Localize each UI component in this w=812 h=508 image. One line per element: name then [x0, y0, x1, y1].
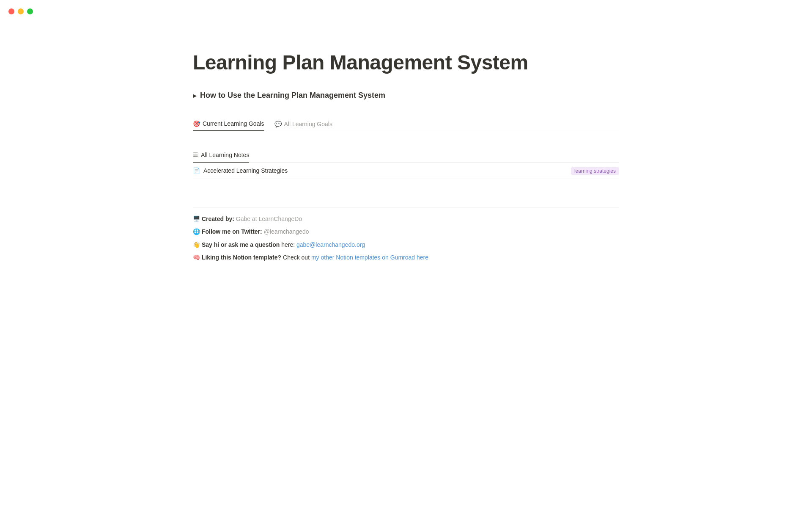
- page-title: Learning Plan Management System: [193, 51, 619, 74]
- created-by-label: Created by:: [202, 215, 234, 222]
- goals-tabs: 🎯 Current Learning Goals 💬 All Learning …: [193, 117, 619, 131]
- all-goals-icon: 💬: [274, 121, 282, 127]
- footer-divider: [193, 207, 619, 207]
- doc-icon: 📄: [193, 167, 200, 174]
- say-hi-line: 👋 Say hi or ask me a question here: gabe…: [193, 240, 619, 249]
- tab-current-learning-goals[interactable]: 🎯 Current Learning Goals: [193, 117, 264, 131]
- all-goals-label: All Learning Goals: [284, 121, 332, 127]
- say-hi-icon: 👋: [193, 241, 200, 248]
- table-row[interactable]: 📄 Accelerated Learning Strategies learni…: [193, 163, 619, 179]
- main-content: Learning Plan Management System ▶ How to…: [152, 0, 660, 291]
- close-button[interactable]: [8, 8, 14, 14]
- created-by-value: Gabe at LearnChangeDo: [236, 215, 302, 222]
- notes-tabs: ☰ All Learning Notes: [193, 148, 619, 163]
- goals-tabs-container: 🎯 Current Learning Goals 💬 All Learning …: [193, 117, 619, 131]
- twitter-link[interactable]: @learnchangedo: [264, 228, 309, 235]
- created-by-line: 🖥️ Created by: Gabe at LearnChangeDo: [193, 214, 619, 224]
- say-hi-label: Say hi or ask me a question: [202, 241, 280, 248]
- notes-icon: ☰: [193, 152, 198, 158]
- minimize-button[interactable]: [18, 8, 24, 14]
- notes-section: ☰ All Learning Notes 📄 Accelerated Learn…: [193, 148, 619, 179]
- row-right: learning strategies: [571, 167, 619, 174]
- footer-section: 🖥️ Created by: Gabe at LearnChangeDo 🌐 F…: [193, 200, 619, 262]
- like-gumroad-link[interactable]: my other Notion templates on Gumroad her…: [311, 254, 428, 261]
- tag-badge: learning strategies: [571, 167, 619, 175]
- tab-all-learning-notes[interactable]: ☰ All Learning Notes: [193, 148, 249, 163]
- say-hi-pre: here:: [281, 241, 295, 248]
- like-icon: 🧠: [193, 254, 200, 261]
- like-pre: Check out: [283, 254, 310, 261]
- twitter-icon: 🌐: [193, 228, 200, 235]
- traffic-lights: [8, 8, 33, 14]
- current-goals-label: Current Learning Goals: [203, 120, 264, 127]
- row-title: Accelerated Learning Strategies: [203, 167, 288, 174]
- current-goals-icon: 🎯: [193, 120, 200, 127]
- all-notes-label: All Learning Notes: [201, 152, 249, 158]
- like-label: Liking this Notion template?: [202, 254, 281, 261]
- tab-all-learning-goals[interactable]: 💬 All Learning Goals: [274, 117, 332, 131]
- section-divider: [193, 131, 619, 148]
- collapsible-section[interactable]: ▶ How to Use the Learning Plan Managemen…: [193, 91, 619, 100]
- created-by-icon: 🖥️: [193, 215, 200, 222]
- like-line: 🧠 Liking this Notion template? Check out…: [193, 253, 619, 262]
- say-hi-email[interactable]: gabe@learnchangedo.org: [296, 241, 365, 248]
- toggle-icon: ▶: [193, 93, 197, 99]
- row-left: 📄 Accelerated Learning Strategies: [193, 167, 288, 174]
- twitter-line: 🌐 Follow me on Twitter: @learnchangedo: [193, 227, 619, 236]
- twitter-label: Follow me on Twitter:: [202, 228, 262, 235]
- collapsible-title: How to Use the Learning Plan Management …: [200, 91, 385, 100]
- maximize-button[interactable]: [27, 8, 33, 14]
